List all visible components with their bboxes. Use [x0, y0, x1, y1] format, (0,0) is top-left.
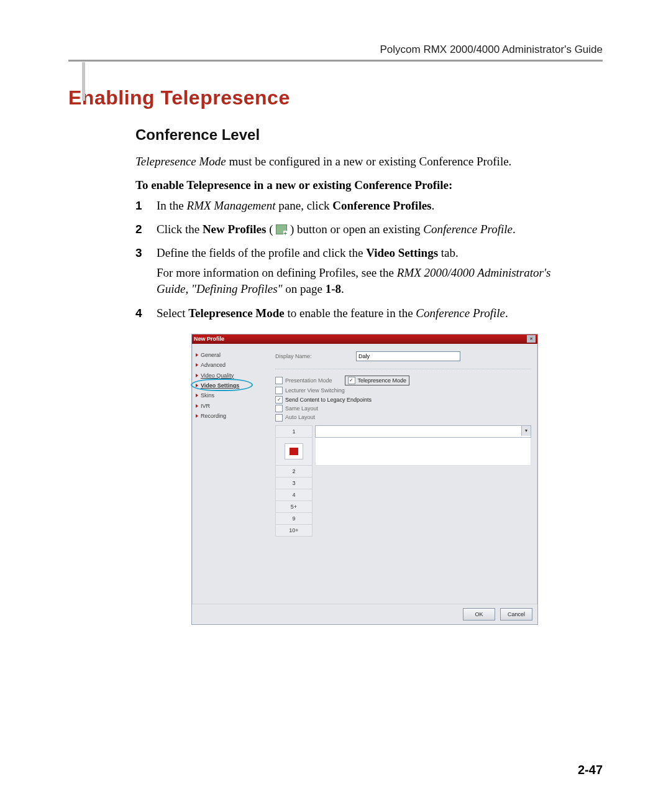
dialog-body: General Advanced Video Quality Video Set… [192, 344, 537, 604]
step: 4 Select Telepresence Mode to enable the… [135, 305, 558, 325]
heading-2: Conference Level [135, 124, 558, 145]
same-layout-row: Same Layout [275, 405, 531, 412]
step-text: Click the New Profiles ( ) button or ope… [157, 221, 558, 238]
nav-ivr[interactable]: IVR [196, 401, 265, 411]
intro-paragraph: Telepresence Mode must be configured in … [135, 154, 558, 170]
new-profile-dialog: New Profile × General Advanced Video Qua… [191, 334, 538, 625]
step-text: Define the fields of the profile and cli… [157, 245, 558, 261]
step-number: 2 [135, 221, 157, 241]
step-body: In the RMX Management pane, click Confer… [157, 198, 558, 218]
telepresence-mode-checkbox[interactable] [348, 377, 355, 384]
nav-video-settings-label: Video Settings [201, 382, 239, 389]
ok-button[interactable]: OK [463, 608, 495, 621]
display-name-row: Display Name: [275, 350, 531, 362]
legacy-checkbox[interactable] [275, 396, 283, 404]
step-extra: For more information on defining Profile… [157, 265, 558, 297]
same-layout-checkbox[interactable] [275, 405, 283, 412]
body-block: Conference Level Telepresence Mode must … [135, 124, 558, 625]
dialog-button-bar: OK Cancel [192, 604, 537, 624]
thumb-inner [290, 448, 298, 455]
display-name-label: Display Name: [275, 353, 356, 360]
layout-row-head[interactable]: 1 [275, 425, 313, 438]
step: 1 In the RMX Management pane, click Conf… [135, 198, 558, 218]
auto-layout-checkbox[interactable] [275, 414, 283, 422]
nav-video-settings[interactable]: Video Settings [196, 381, 265, 390]
running-head: Polycom RMX 2000/4000 Administrator's Gu… [68, 44, 603, 56]
layout-preview [315, 438, 531, 466]
chevron-down-icon[interactable]: ▾ [521, 426, 531, 436]
telepresence-mode-label: Telepresence Mode [358, 377, 407, 384]
lecturer-view-row: Lecturer View Switching [275, 387, 531, 394]
layout-dropdown[interactable]: ▾ [315, 425, 531, 438]
nav-advanced[interactable]: Advanced [196, 360, 265, 370]
nav-skins[interactable]: Skins [196, 390, 265, 400]
ornament-bar [82, 62, 85, 101]
form-separator [275, 369, 531, 369]
auto-layout-row: Auto Layout [275, 413, 531, 421]
document-page: Polycom RMX 2000/4000 Administrator's Gu… [0, 0, 671, 812]
layout-row[interactable]: 10+ [275, 525, 313, 537]
presentation-mode-row: Presentation Mode Telepresence Mode [275, 376, 531, 385]
legacy-label: Send Content to Legacy Endpoints [285, 396, 372, 404]
step: 2 Click the New Profiles ( ) button or o… [135, 221, 558, 241]
legacy-row: Send Content to Legacy Endpoints [275, 396, 531, 404]
same-layout-label: Same Layout [285, 405, 318, 412]
dialog-titlebar[interactable]: New Profile × [192, 334, 537, 344]
layout-selected-thumb[interactable] [275, 438, 313, 466]
layout-row[interactable]: 5+ [275, 501, 313, 513]
presentation-mode-label: Presentation Mode [285, 377, 332, 384]
layout-row-list: 2 3 4 5+ 9 10+ [275, 466, 313, 537]
step-text: In the RMX Management pane, click Confer… [157, 198, 558, 214]
heading-1: Enabling Telepresence [68, 86, 603, 109]
step: 3 Define the fields of the profile and c… [135, 245, 558, 302]
procedure-lede: To enable Telepresence in a new or exist… [135, 177, 558, 193]
step-body: Click the New Profiles ( ) button or ope… [157, 221, 558, 241]
presentation-mode-checkbox[interactable] [275, 377, 283, 384]
nav-general[interactable]: General [196, 350, 265, 360]
lecturer-view-label: Lecturer View Switching [285, 387, 345, 394]
display-name-input[interactable] [356, 351, 460, 361]
step-number: 4 [135, 305, 157, 325]
intro-rest: must be configured in a new or existing … [226, 155, 512, 168]
layout-rows-column: 1 2 3 4 5+ 9 10+ [275, 425, 313, 537]
step-body: Define the fields of the profile and cli… [157, 245, 558, 302]
step-number: 1 [135, 198, 157, 218]
layout-row[interactable]: 3 [275, 478, 313, 489]
new-profile-icon [276, 224, 287, 234]
auto-layout-label: Auto Layout [285, 413, 315, 421]
nav-recording[interactable]: Recording [196, 411, 265, 421]
cancel-button[interactable]: Cancel [500, 608, 532, 621]
page-number: 2-47 [578, 763, 603, 777]
intro-em: Telepresence Mode [135, 155, 226, 168]
layout-row[interactable]: 9 [275, 513, 313, 525]
nav-video-quality[interactable]: Video Quality [196, 371, 265, 381]
step-number: 3 [135, 245, 157, 302]
step-text: Select Telepresence Mode to enable the f… [157, 305, 558, 321]
layout-row[interactable]: 2 [275, 466, 313, 478]
thumb-outer [285, 443, 303, 459]
step-body: Select Telepresence Mode to enable the f… [157, 305, 558, 325]
telepresence-mode-box: Telepresence Mode [345, 376, 410, 385]
dialog-nav: General Advanced Video Quality Video Set… [192, 344, 269, 604]
lecturer-view-checkbox[interactable] [275, 387, 283, 394]
layout-row[interactable]: 4 [275, 489, 313, 501]
steps-list: 1 In the RMX Management pane, click Conf… [135, 198, 558, 325]
dialog-form: Display Name: Presentation Mode Telepres… [269, 344, 537, 604]
layout-preview-column: ▾ [315, 425, 531, 537]
layout-grid: 1 2 3 4 5+ 9 10+ [275, 425, 531, 537]
close-icon[interactable]: × [527, 335, 536, 343]
dialog-title: New Profile [194, 335, 224, 343]
header-rule [68, 60, 603, 62]
